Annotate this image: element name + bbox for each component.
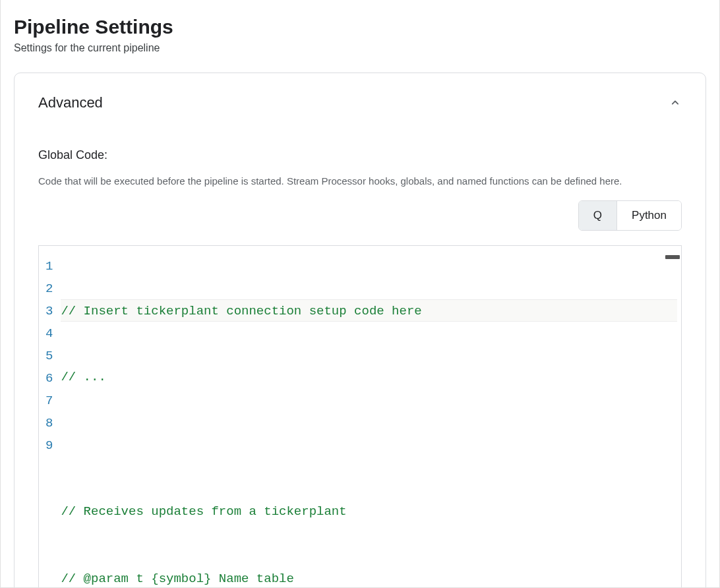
code-editor[interactable]: 1 2 3 4 5 6 7 8 9 // Insert tickerplant … [38,245,682,588]
line-number: 7 [45,390,53,412]
language-toggle: Q Python [578,200,682,231]
line-number: 6 [45,367,53,390]
page-title: Pipeline Settings [14,16,706,38]
line-number: 3 [45,300,53,322]
line-number: 1 [45,255,53,278]
line-number: 2 [45,278,53,300]
line-number: 8 [45,412,53,434]
line-number: 9 [45,434,53,457]
code-line: // Insert tickerplant connection setup c… [61,299,677,322]
code-content[interactable]: // Insert tickerplant connection setup c… [58,246,681,588]
global-code-description: Code that will be executed before the pi… [38,171,671,191]
chevron-up-icon [669,96,682,109]
code-line: // Receives updates from a tickerplant [61,500,677,523]
line-number-gutter: 1 2 3 4 5 6 7 8 9 [39,246,58,588]
line-number: 4 [45,322,53,345]
collapse-toggle[interactable] [669,96,682,109]
code-line: // @param t {symbol} Name table [61,568,677,588]
lang-q-button[interactable]: Q [579,201,616,230]
global-code-label: Global Code: [38,148,682,162]
code-line: // ... [61,366,677,388]
advanced-card: Advanced Global Code: Code that will be … [14,73,706,588]
card-title-advanced: Advanced [38,94,103,111]
lang-python-button[interactable]: Python [616,201,681,230]
code-line [61,433,677,456]
line-number: 5 [45,345,53,367]
page-subtitle: Settings for the current pipeline [14,42,706,54]
scroll-position-marker [665,255,680,259]
